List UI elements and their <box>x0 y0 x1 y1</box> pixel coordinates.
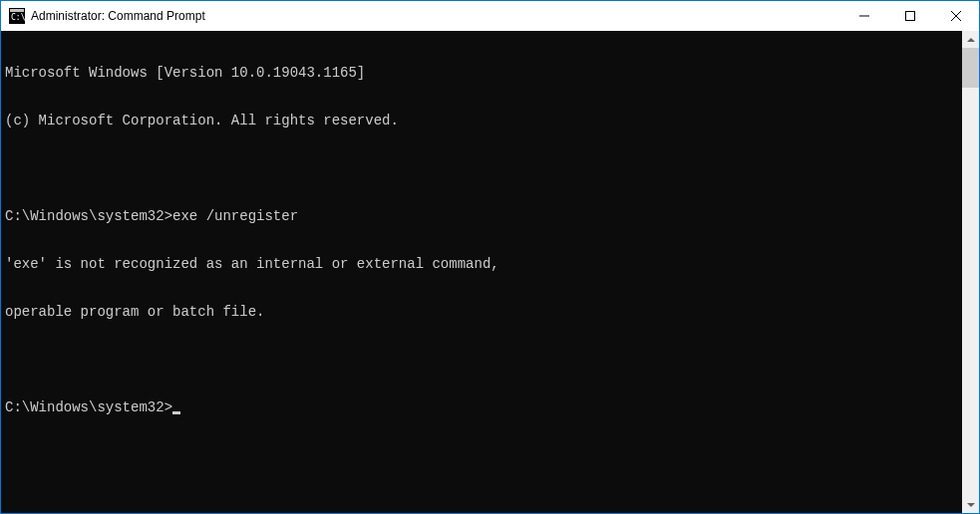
scrollbar-thumb[interactable] <box>962 48 979 88</box>
scrollbar-track[interactable] <box>962 48 979 496</box>
command-prompt-window: C:\ Administrator: Command Prompt Micros… <box>0 0 980 514</box>
svg-rect-1 <box>10 9 24 12</box>
window-controls <box>841 1 979 31</box>
svg-marker-8 <box>967 503 975 507</box>
output-line: (c) Microsoft Corporation. All rights re… <box>5 113 958 128</box>
output-line: operable program or batch file. <box>5 304 958 320</box>
output-line: Microsoft Windows [Version 10.0.19043.11… <box>5 65 958 81</box>
prompt-text: C:\Windows\system32> <box>5 399 172 415</box>
output-line: 'exe' is not recognized as an internal o… <box>5 256 958 272</box>
scroll-down-button[interactable] <box>962 496 979 513</box>
output-line: C:\Windows\system32>exe /unregister <box>5 208 958 224</box>
current-prompt-line: C:\Windows\system32> <box>5 399 958 415</box>
close-button[interactable] <box>933 1 979 31</box>
output-line <box>5 160 958 176</box>
minimize-button[interactable] <box>841 1 887 31</box>
svg-rect-4 <box>906 12 915 21</box>
svg-marker-7 <box>967 38 975 42</box>
cmd-icon: C:\ <box>9 8 25 24</box>
vertical-scrollbar[interactable] <box>962 31 979 513</box>
output-line <box>5 352 958 368</box>
maximize-button[interactable] <box>887 1 933 31</box>
svg-text:C:\: C:\ <box>11 13 25 22</box>
cursor <box>172 411 180 414</box>
terminal-output[interactable]: Microsoft Windows [Version 10.0.19043.11… <box>1 31 962 513</box>
scroll-up-button[interactable] <box>962 31 979 48</box>
window-title: Administrator: Command Prompt <box>31 9 841 23</box>
title-bar[interactable]: C:\ Administrator: Command Prompt <box>1 1 979 31</box>
client-area: Microsoft Windows [Version 10.0.19043.11… <box>1 31 979 513</box>
